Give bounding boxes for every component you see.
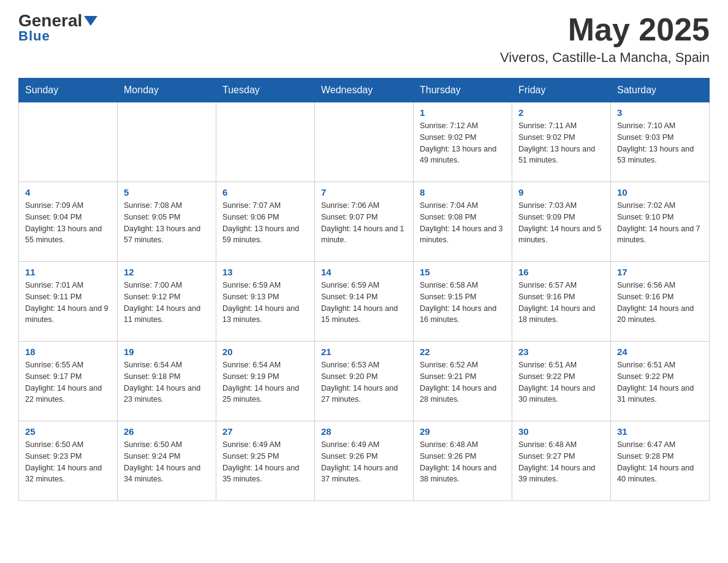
day-info: Sunrise: 6:58 AMSunset: 9:15 PMDaylight:… (420, 280, 506, 326)
calendar-cell: 28Sunrise: 6:49 AMSunset: 9:26 PMDayligh… (315, 421, 414, 501)
day-number: 25 (25, 426, 111, 437)
day-info: Sunrise: 7:03 AMSunset: 9:09 PMDaylight:… (518, 200, 604, 246)
calendar-cell: 1Sunrise: 7:12 AMSunset: 9:02 PMDaylight… (414, 102, 512, 182)
title-section: May 2025 Viveros, Castille-La Mancha, Sp… (500, 12, 710, 66)
day-number: 24 (617, 347, 703, 357)
day-number: 12 (124, 267, 210, 277)
day-info: Sunrise: 6:47 AMSunset: 9:28 PMDaylight:… (617, 439, 703, 485)
calendar-cell: 22Sunrise: 6:52 AMSunset: 9:21 PMDayligh… (414, 342, 512, 421)
calendar-cell: 11Sunrise: 7:01 AMSunset: 9:11 PMDayligh… (19, 262, 118, 342)
day-info: Sunrise: 7:08 AMSunset: 9:05 PMDaylight:… (124, 200, 210, 246)
day-number: 26 (124, 426, 210, 437)
calendar-cell (216, 102, 315, 182)
day-number: 2 (518, 107, 604, 118)
calendar-cell (19, 102, 118, 182)
calendar-cell: 31Sunrise: 6:47 AMSunset: 9:28 PMDayligh… (611, 421, 710, 501)
day-number: 20 (222, 347, 308, 357)
calendar-cell: 23Sunrise: 6:51 AMSunset: 9:22 PMDayligh… (512, 342, 611, 421)
day-info: Sunrise: 7:06 AMSunset: 9:07 PMDaylight:… (321, 200, 407, 246)
day-number: 8 (420, 187, 506, 197)
logo-general-text: General (18, 12, 82, 29)
calendar-cell: 16Sunrise: 6:57 AMSunset: 9:16 PMDayligh… (512, 262, 611, 342)
day-number: 29 (420, 426, 506, 437)
day-number: 3 (617, 107, 703, 118)
day-info: Sunrise: 6:54 AMSunset: 9:19 PMDaylight:… (222, 359, 308, 405)
calendar-cell: 17Sunrise: 6:56 AMSunset: 9:16 PMDayligh… (611, 262, 710, 342)
day-number: 16 (518, 267, 604, 277)
calendar-cell: 19Sunrise: 6:54 AMSunset: 9:18 PMDayligh… (118, 342, 216, 421)
calendar-cell: 3Sunrise: 7:10 AMSunset: 9:03 PMDaylight… (611, 102, 710, 182)
day-header-sunday: Sunday (19, 79, 118, 102)
day-header-tuesday: Tuesday (216, 79, 315, 102)
calendar-cell: 30Sunrise: 6:48 AMSunset: 9:27 PMDayligh… (512, 421, 611, 501)
calendar-cell: 9Sunrise: 7:03 AMSunset: 9:09 PMDaylight… (512, 182, 611, 262)
calendar-cell: 18Sunrise: 6:55 AMSunset: 9:17 PMDayligh… (19, 342, 118, 421)
day-number: 13 (222, 267, 308, 277)
days-header-row: SundayMondayTuesdayWednesdayThursdayFrid… (19, 79, 710, 102)
day-info: Sunrise: 6:52 AMSunset: 9:21 PMDaylight:… (420, 359, 506, 405)
day-header-wednesday: Wednesday (315, 79, 414, 102)
day-number: 30 (518, 426, 604, 437)
day-info: Sunrise: 7:00 AMSunset: 9:12 PMDaylight:… (124, 280, 210, 326)
day-info: Sunrise: 7:09 AMSunset: 9:04 PMDaylight:… (25, 200, 111, 246)
calendar-cell: 10Sunrise: 7:02 AMSunset: 9:10 PMDayligh… (611, 182, 710, 262)
day-info: Sunrise: 6:48 AMSunset: 9:27 PMDaylight:… (518, 439, 604, 485)
logo-blue-text: Blue (18, 28, 50, 44)
day-info: Sunrise: 6:50 AMSunset: 9:23 PMDaylight:… (25, 439, 111, 485)
day-number: 7 (321, 187, 407, 197)
day-info: Sunrise: 6:54 AMSunset: 9:18 PMDaylight:… (124, 359, 210, 405)
calendar-cell: 5Sunrise: 7:08 AMSunset: 9:05 PMDaylight… (118, 182, 216, 262)
day-info: Sunrise: 6:49 AMSunset: 9:26 PMDaylight:… (321, 439, 407, 485)
calendar-cell: 26Sunrise: 6:50 AMSunset: 9:24 PMDayligh… (118, 421, 216, 501)
calendar-cell: 24Sunrise: 6:51 AMSunset: 9:22 PMDayligh… (611, 342, 710, 421)
day-info: Sunrise: 6:57 AMSunset: 9:16 PMDaylight:… (518, 280, 604, 326)
week-row-5: 25Sunrise: 6:50 AMSunset: 9:23 PMDayligh… (19, 421, 710, 501)
day-number: 9 (518, 187, 604, 197)
day-number: 5 (124, 187, 210, 197)
day-number: 19 (124, 347, 210, 357)
day-number: 31 (617, 426, 703, 437)
day-header-friday: Friday (512, 79, 611, 102)
logo-triangle-icon (84, 13, 97, 27)
week-row-4: 18Sunrise: 6:55 AMSunset: 9:17 PMDayligh… (19, 342, 710, 421)
day-number: 4 (25, 187, 111, 197)
calendar-cell: 20Sunrise: 6:54 AMSunset: 9:19 PMDayligh… (216, 342, 315, 421)
location-title: Viveros, Castille-La Mancha, Spain (500, 50, 710, 66)
svg-marker-0 (84, 16, 97, 26)
calendar-cell (315, 102, 414, 182)
day-header-thursday: Thursday (414, 79, 512, 102)
day-info: Sunrise: 6:48 AMSunset: 9:26 PMDaylight:… (420, 439, 506, 485)
page-header: General Blue May 2025 Viveros, Castille-… (18, 12, 710, 66)
day-number: 15 (420, 267, 506, 277)
calendar-cell (118, 102, 216, 182)
logo: General Blue (18, 12, 97, 44)
day-info: Sunrise: 6:51 AMSunset: 9:22 PMDaylight:… (518, 359, 604, 405)
calendar-cell: 21Sunrise: 6:53 AMSunset: 9:20 PMDayligh… (315, 342, 414, 421)
day-number: 6 (222, 187, 308, 197)
day-header-saturday: Saturday (611, 79, 710, 102)
day-info: Sunrise: 6:59 AMSunset: 9:14 PMDaylight:… (321, 280, 407, 326)
day-info: Sunrise: 7:12 AMSunset: 9:02 PMDaylight:… (420, 120, 506, 166)
day-info: Sunrise: 6:56 AMSunset: 9:16 PMDaylight:… (617, 280, 703, 326)
day-number: 10 (617, 187, 703, 197)
month-title: May 2025 (500, 12, 710, 47)
day-number: 14 (321, 267, 407, 277)
day-number: 11 (25, 267, 111, 277)
calendar-table: SundayMondayTuesdayWednesdayThursdayFrid… (18, 78, 710, 501)
day-info: Sunrise: 7:01 AMSunset: 9:11 PMDaylight:… (25, 280, 111, 326)
calendar-cell: 8Sunrise: 7:04 AMSunset: 9:08 PMDaylight… (414, 182, 512, 262)
day-info: Sunrise: 7:10 AMSunset: 9:03 PMDaylight:… (617, 120, 703, 166)
day-info: Sunrise: 7:11 AMSunset: 9:02 PMDaylight:… (518, 120, 604, 166)
calendar-cell: 13Sunrise: 6:59 AMSunset: 9:13 PMDayligh… (216, 262, 315, 342)
day-info: Sunrise: 7:04 AMSunset: 9:08 PMDaylight:… (420, 200, 506, 246)
day-header-monday: Monday (118, 79, 216, 102)
calendar-cell: 12Sunrise: 7:00 AMSunset: 9:12 PMDayligh… (118, 262, 216, 342)
calendar-cell: 15Sunrise: 6:58 AMSunset: 9:15 PMDayligh… (414, 262, 512, 342)
day-number: 18 (25, 347, 111, 357)
calendar-cell: 4Sunrise: 7:09 AMSunset: 9:04 PMDaylight… (19, 182, 118, 262)
week-row-2: 4Sunrise: 7:09 AMSunset: 9:04 PMDaylight… (19, 182, 710, 262)
day-info: Sunrise: 6:51 AMSunset: 9:22 PMDaylight:… (617, 359, 703, 405)
day-info: Sunrise: 6:55 AMSunset: 9:17 PMDaylight:… (25, 359, 111, 405)
day-info: Sunrise: 6:53 AMSunset: 9:20 PMDaylight:… (321, 359, 407, 405)
day-number: 22 (420, 347, 506, 357)
